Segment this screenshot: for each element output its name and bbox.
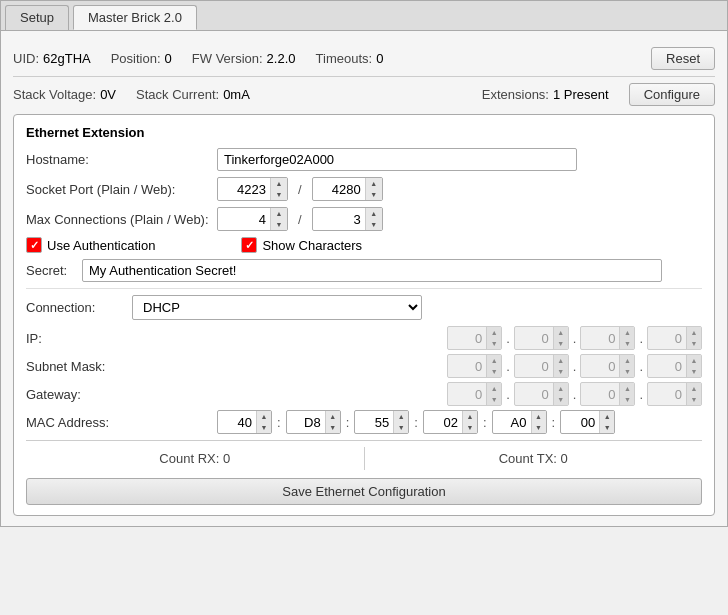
ip-3-down[interactable]: ▼ — [687, 338, 701, 349]
mac-1-input[interactable] — [287, 413, 325, 432]
mac-2-input[interactable] — [355, 413, 393, 432]
socket-port-plain-down[interactable]: ▼ — [271, 189, 287, 200]
hostname-input[interactable] — [217, 148, 577, 171]
subnet-3-input[interactable] — [648, 357, 686, 376]
ip-1-down[interactable]: ▼ — [554, 338, 568, 349]
gateway-1-down[interactable]: ▼ — [554, 394, 568, 405]
show-chars-checkbox-item[interactable]: Show Characters — [241, 237, 362, 253]
use-auth-checkbox[interactable] — [26, 237, 42, 253]
secret-label: Secret: — [26, 263, 76, 278]
extensions-label: Extensions: — [482, 87, 549, 102]
mac-5-down[interactable]: ▼ — [600, 422, 614, 433]
mac-4-input[interactable] — [493, 413, 531, 432]
hostname-row: Hostname: — [26, 148, 702, 171]
gateway-3-down[interactable]: ▼ — [687, 394, 701, 405]
mac-3-down[interactable]: ▼ — [463, 422, 477, 433]
subnet-2-input[interactable] — [581, 357, 619, 376]
socket-port-web-up[interactable]: ▲ — [366, 178, 382, 189]
max-conn-web-spinbox-btns: ▲ ▼ — [365, 208, 382, 230]
gateway-0-spinbox: ▲▼ — [447, 382, 502, 406]
gateway-3-spinbox: ▲▼ — [647, 382, 702, 406]
mac-5-input[interactable] — [561, 413, 599, 432]
slash-1: / — [294, 182, 306, 197]
ip-3-spinbox: ▲▼ — [647, 326, 702, 350]
max-conn-web-input[interactable] — [313, 209, 365, 230]
tab-master-brick[interactable]: Master Brick 2.0 — [73, 5, 197, 30]
gateway-inputs: ▲▼ . ▲▼ . ▲▼ . ▲▼ — [447, 382, 702, 406]
count-tx: Count TX: 0 — [365, 447, 703, 470]
ip-inputs: ▲▼ . ▲▼ . ▲▼ . ▲▼ — [447, 326, 702, 350]
ip-1-up[interactable]: ▲ — [554, 327, 568, 338]
mac-3-up[interactable]: ▲ — [463, 411, 477, 422]
mac-3-input[interactable] — [424, 413, 462, 432]
secret-input[interactable] — [82, 259, 662, 282]
ip-2-input[interactable] — [581, 329, 619, 348]
configure-button[interactable]: Configure — [629, 83, 715, 106]
subnet-1-up[interactable]: ▲ — [554, 355, 568, 366]
gateway-1-input[interactable] — [515, 385, 553, 404]
subnet-2-down[interactable]: ▼ — [620, 366, 634, 377]
mac-0-up[interactable]: ▲ — [257, 411, 271, 422]
gateway-0-input[interactable] — [448, 385, 486, 404]
gateway-3-up[interactable]: ▲ — [687, 383, 701, 394]
gateway-2-input[interactable] — [581, 385, 619, 404]
socket-port-plain-up[interactable]: ▲ — [271, 178, 287, 189]
subnet-0-down[interactable]: ▼ — [487, 366, 501, 377]
mac-5-up[interactable]: ▲ — [600, 411, 614, 422]
mac-2-up[interactable]: ▲ — [394, 411, 408, 422]
ip-0-down[interactable]: ▼ — [487, 338, 501, 349]
socket-port-web-input[interactable] — [313, 179, 365, 200]
socket-port-label: Socket Port (Plain / Web): — [26, 182, 211, 197]
use-auth-checkbox-item[interactable]: Use Authentication — [26, 237, 155, 253]
connection-select[interactable]: DHCP Static IP — [133, 296, 421, 319]
ip-0-input[interactable] — [448, 329, 486, 348]
gateway-3-input[interactable] — [648, 385, 686, 404]
max-conn-web-down[interactable]: ▼ — [366, 219, 382, 230]
max-conn-row: Max Connections (Plain / Web): ▲ ▼ / ▲ ▼ — [26, 207, 702, 231]
socket-port-web-down[interactable]: ▼ — [366, 189, 382, 200]
ip-3-input[interactable] — [648, 329, 686, 348]
subnet-1-input[interactable] — [515, 357, 553, 376]
gateway-2-up[interactable]: ▲ — [620, 383, 634, 394]
ip-1-input[interactable] — [515, 329, 553, 348]
gateway-2-down[interactable]: ▼ — [620, 394, 634, 405]
subnet-3-up[interactable]: ▲ — [687, 355, 701, 366]
show-chars-label: Show Characters — [262, 238, 362, 253]
secret-row: Secret: — [26, 259, 702, 282]
subnet-3-down[interactable]: ▼ — [687, 366, 701, 377]
gateway-0-up[interactable]: ▲ — [487, 383, 501, 394]
main-content: UID: 62gTHA Position: 0 FW Version: 2.2.… — [1, 31, 727, 526]
show-chars-checkbox[interactable] — [241, 237, 257, 253]
ip-2-down[interactable]: ▼ — [620, 338, 634, 349]
mac-0-input[interactable] — [218, 413, 256, 432]
position-label: Position: — [111, 51, 161, 66]
gateway-0-down[interactable]: ▼ — [487, 394, 501, 405]
max-conn-web-up[interactable]: ▲ — [366, 208, 382, 219]
subnet-0-up[interactable]: ▲ — [487, 355, 501, 366]
max-conn-plain-input[interactable] — [218, 209, 270, 230]
count-row: Count RX: 0 Count TX: 0 — [26, 440, 702, 470]
save-ethernet-button[interactable]: Save Ethernet Configuration — [26, 478, 702, 505]
max-conn-plain-down[interactable]: ▼ — [271, 219, 287, 230]
subnet-2-up[interactable]: ▲ — [620, 355, 634, 366]
socket-port-plain-input[interactable] — [218, 179, 270, 200]
reset-button[interactable]: Reset — [651, 47, 715, 70]
ip-2-up[interactable]: ▲ — [620, 327, 634, 338]
gateway-1-up[interactable]: ▲ — [554, 383, 568, 394]
subnet-1-down[interactable]: ▼ — [554, 366, 568, 377]
mac-4-down[interactable]: ▼ — [532, 422, 546, 433]
ip-0-up[interactable]: ▲ — [487, 327, 501, 338]
tab-setup[interactable]: Setup — [5, 5, 69, 30]
uid-value: 62gTHA — [43, 51, 91, 66]
max-conn-plain-up[interactable]: ▲ — [271, 208, 287, 219]
mac-2-down[interactable]: ▼ — [394, 422, 408, 433]
mac-1-down[interactable]: ▼ — [326, 422, 340, 433]
ip-3-up[interactable]: ▲ — [687, 327, 701, 338]
subnet-0-input[interactable] — [448, 357, 486, 376]
ip-1-spinbox: ▲▼ — [514, 326, 569, 350]
slash-2: / — [294, 212, 306, 227]
mac-0-down[interactable]: ▼ — [257, 422, 271, 433]
socket-port-web-spinbox: ▲ ▼ — [312, 177, 383, 201]
mac-4-up[interactable]: ▲ — [532, 411, 546, 422]
mac-1-up[interactable]: ▲ — [326, 411, 340, 422]
